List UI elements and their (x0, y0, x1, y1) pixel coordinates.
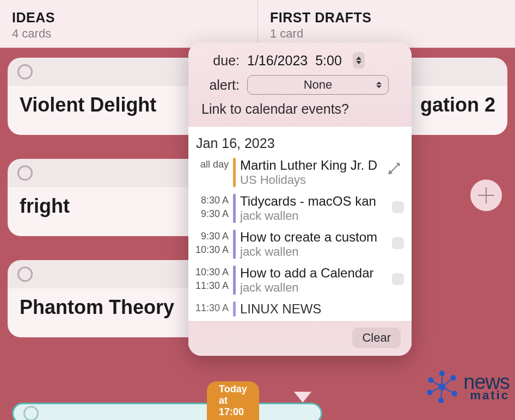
event-title: How to create a custom (240, 230, 388, 245)
link-events-prompt: Link to calendar events? (199, 101, 401, 117)
event-title: Martin Luther King Jr. D (240, 158, 404, 173)
due-time-field[interactable]: 5:00 (315, 53, 342, 69)
event-color-bar (233, 265, 236, 295)
calendar-event[interactable]: 10:30 A 11:30 A How to add a Calendar ja… (188, 263, 412, 299)
svg-point-6 (439, 384, 445, 390)
column-header: FIRST DRAFTS 1 card (258, 0, 515, 48)
time-stepper[interactable] (353, 52, 365, 69)
event-calendar: jack wallen (240, 245, 388, 259)
event-title: LINUX NEWS (240, 301, 404, 317)
column-card-count: 4 cards (12, 27, 246, 41)
due-pill[interactable]: Today at 17:00 (207, 381, 259, 420)
due-date-field[interactable]: 1/16/2023 (247, 53, 308, 69)
event-color-bar (233, 158, 236, 187)
svg-point-9 (427, 390, 432, 395)
event-time: 11:30 A (193, 301, 229, 315)
alert-select[interactable]: None (247, 75, 389, 95)
link-event-checkbox[interactable] (392, 273, 404, 285)
select-chevron-icon (376, 82, 382, 88)
event-calendar: jack wallen (240, 209, 388, 223)
card-complete-checkbox[interactable] (17, 165, 33, 181)
popover-header: due: 1/16/2023 5:00 alert: None Link to … (188, 42, 412, 127)
event-time: 8:30 A 9:30 A (193, 194, 229, 221)
event-title: How to add a Calendar (240, 265, 388, 281)
watermark-logo-icon (425, 370, 459, 404)
column-header: IDEAS 4 cards (0, 0, 258, 48)
event-time: 9:30 A 10:30 A (193, 230, 229, 257)
alert-select-value: None (304, 78, 333, 92)
svg-point-12 (438, 398, 444, 403)
watermark: news matic (425, 370, 510, 404)
calendar-events-list: Jan 16, 2023 all day Martin Luther King … (188, 127, 412, 321)
event-color-bar (233, 194, 236, 223)
calendar-event[interactable]: 11:30 A LINUX NEWS (188, 299, 412, 321)
chevron-down-icon (356, 61, 361, 64)
due-popover: due: 1/16/2023 5:00 alert: None Link to … (188, 42, 412, 356)
column-title: FIRST DRAFTS (270, 10, 503, 26)
card-complete-checkbox[interactable] (17, 64, 33, 79)
popover-arrow-icon (294, 392, 311, 403)
svg-point-7 (428, 377, 433, 382)
calendar-event[interactable]: 8:30 A 9:30 A Tidycards - macOS kan jack… (188, 192, 412, 227)
event-color-bar (233, 230, 236, 259)
add-card-button[interactable] (470, 180, 502, 211)
column-card-count: 1 card (270, 27, 503, 41)
card-complete-checkbox[interactable] (17, 267, 33, 282)
event-calendar: jack wallen (240, 281, 388, 295)
events-date-heading: Jan 16, 2023 (188, 132, 412, 156)
event-title: Tidycards - macOS kan (240, 194, 388, 209)
watermark-text: matic (470, 391, 510, 401)
calendar-event[interactable]: all day Martin Luther King Jr. D US Holi… (188, 156, 412, 192)
popover-footer: Clear (188, 321, 412, 356)
column-title: IDEAS (12, 10, 246, 26)
svg-point-8 (451, 375, 456, 380)
chevron-up-icon (356, 57, 361, 60)
svg-point-10 (452, 391, 457, 396)
clear-button[interactable]: Clear (352, 328, 401, 348)
event-time: 10:30 A 11:30 A (193, 265, 229, 293)
link-event-checkbox[interactable] (392, 237, 404, 249)
watermark-text: news (463, 373, 510, 391)
lock-icon (387, 161, 402, 178)
svg-point-11 (439, 370, 445, 376)
event-calendar: US Holidays (240, 173, 404, 187)
card-complete-checkbox[interactable] (23, 406, 39, 420)
event-time: all day (193, 158, 229, 171)
alert-label: alert: (199, 77, 240, 93)
link-event-checkbox[interactable] (392, 201, 404, 213)
event-color-bar (233, 301, 236, 317)
calendar-event[interactable]: 9:30 A 10:30 A How to create a custom ja… (188, 227, 412, 263)
due-label: due: (199, 53, 240, 69)
